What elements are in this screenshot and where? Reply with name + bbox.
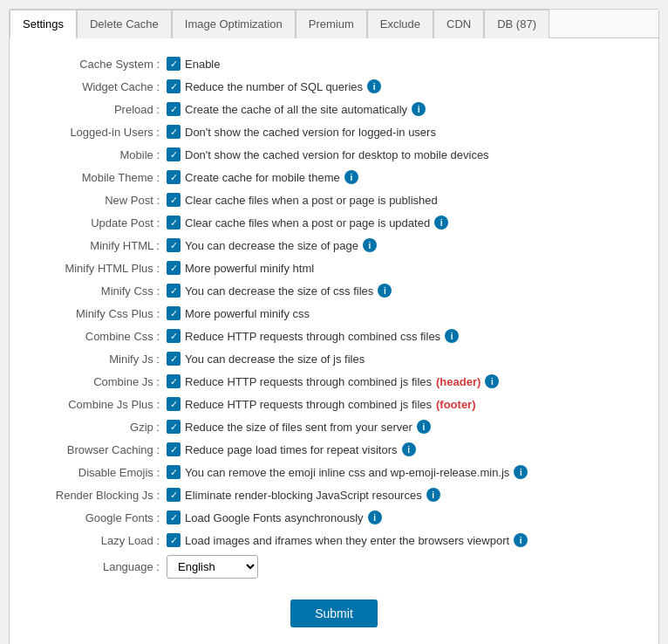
settings-row: Widget Cache :Reduce the number of SQL q… <box>27 75 641 98</box>
content-area: Cache System :EnableWidget Cache :Reduce… <box>10 38 658 644</box>
info-icon[interactable]: i <box>402 442 416 456</box>
info-icon[interactable]: i <box>426 488 440 502</box>
tab-image-optimization[interactable]: Image Optimization <box>172 10 296 38</box>
settings-row: Gzip :Reduce the size of files sent from… <box>27 415 641 438</box>
row-value: Clear cache files when a post or page is… <box>167 216 641 230</box>
footer-highlight: (footer) <box>436 398 476 411</box>
row-text: More powerful minify css <box>185 307 310 320</box>
row-value: Reduce page load times for repeat visito… <box>167 442 641 456</box>
row-value: You can decrease the size of css filesi <box>167 284 641 298</box>
settings-row: Minify HTML :You can decrease the size o… <box>27 234 641 257</box>
settings-row: Combine Css :Reduce HTTP requests throug… <box>27 325 641 347</box>
panel: SettingsDelete CacheImage OptimizationPr… <box>9 9 659 644</box>
row-label: Lazy Load : <box>27 534 167 547</box>
checkbox-icon[interactable] <box>167 57 181 71</box>
row-label: Logged-in Users : <box>27 126 167 139</box>
checkbox-icon[interactable] <box>167 102 181 116</box>
settings-row: Google Fonts :Load Google Fonts asynchro… <box>27 506 641 529</box>
row-label: Google Fonts : <box>27 511 167 524</box>
checkbox-icon[interactable] <box>167 261 181 275</box>
header-highlight: (header) <box>436 375 481 388</box>
tab-settings[interactable]: Settings <box>10 10 77 38</box>
tab-premium[interactable]: Premium <box>296 10 367 38</box>
row-value: Load Google Fonts asynchronouslyi <box>167 510 641 524</box>
row-value: Eliminate render-blocking JavaScript res… <box>167 488 641 502</box>
submit-button[interactable]: Submit <box>290 599 378 627</box>
info-icon[interactable]: i <box>514 465 528 479</box>
settings-row: Minify HTML Plus :More powerful minify h… <box>27 257 641 279</box>
checkbox-icon[interactable] <box>167 125 181 139</box>
info-icon[interactable]: i <box>417 420 431 434</box>
checkbox-icon[interactable] <box>167 374 181 388</box>
checkbox-icon[interactable] <box>167 465 181 479</box>
language-value: English Spanish French German <box>167 555 641 579</box>
settings-row: Cache System :Enable <box>27 52 641 75</box>
tab-cdn[interactable]: CDN <box>433 10 484 38</box>
checkbox-icon[interactable] <box>167 284 181 298</box>
checkbox-icon[interactable] <box>167 79 181 93</box>
settings-row: Combine Js :Reduce HTTP requests through… <box>27 370 641 393</box>
row-text: Create the cache of all the site automat… <box>185 103 407 116</box>
row-label: Update Post : <box>27 216 167 230</box>
settings-row: Minify Css :You can decrease the size of… <box>27 279 641 302</box>
checkbox-icon[interactable] <box>167 533 181 547</box>
row-text: Reduce HTTP requests through combined cs… <box>185 330 440 343</box>
row-label: Minify Css : <box>27 284 167 298</box>
tab-delete-cache[interactable]: Delete Cache <box>77 10 172 38</box>
info-icon[interactable]: i <box>445 329 459 343</box>
row-value: Create cache for mobile themei <box>167 170 641 184</box>
checkbox-icon[interactable] <box>167 488 181 502</box>
row-text: Enable <box>185 58 220 71</box>
row-label: Combine Js Plus : <box>27 398 167 411</box>
settings-row: Mobile Theme :Create cache for mobile th… <box>27 166 641 188</box>
tab-db-(87)[interactable]: DB (87) <box>484 10 549 38</box>
checkbox-icon[interactable] <box>167 216 181 230</box>
info-icon[interactable]: i <box>367 79 381 93</box>
row-value: Reduce HTTP requests through combined cs… <box>167 329 641 343</box>
row-value: Reduce HTTP requests through combined js… <box>167 397 641 411</box>
language-select[interactable]: English Spanish French German <box>167 555 258 579</box>
info-icon[interactable]: i <box>378 284 392 298</box>
row-value: Reduce the number of SQL queriesi <box>167 79 641 93</box>
checkbox-icon[interactable] <box>167 306 181 320</box>
info-icon[interactable]: i <box>363 238 377 252</box>
row-value: Don't show the cached version for logged… <box>167 125 641 139</box>
checkbox-icon[interactable] <box>167 420 181 434</box>
info-icon[interactable]: i <box>368 510 382 524</box>
checkbox-icon[interactable] <box>167 329 181 343</box>
checkbox-icon[interactable] <box>167 510 181 524</box>
tab-exclude[interactable]: Exclude <box>367 10 433 38</box>
row-label: Browser Caching : <box>27 443 167 456</box>
settings-row: Disable Emojis :You can remove the emoji… <box>27 461 641 483</box>
row-label: Cache System : <box>27 58 167 71</box>
row-value: More powerful minify css <box>167 306 641 320</box>
checkbox-icon[interactable] <box>167 193 181 207</box>
info-icon[interactable]: i <box>412 102 426 116</box>
settings-rows: Cache System :EnableWidget Cache :Reduce… <box>27 52 641 552</box>
row-label: Render Blocking Js : <box>27 489 167 502</box>
language-row: Language : English Spanish French German <box>27 552 641 582</box>
info-icon[interactable]: i <box>514 533 528 547</box>
checkbox-icon[interactable] <box>167 352 181 366</box>
checkbox-icon[interactable] <box>167 442 181 456</box>
row-value: Load images and iframes when they enter … <box>167 533 641 547</box>
info-icon[interactable]: i <box>434 216 448 230</box>
submit-row: Submit <box>27 582 641 636</box>
checkbox-icon[interactable] <box>167 170 181 184</box>
row-label: Preload : <box>27 103 167 116</box>
row-label: New Post : <box>27 194 167 207</box>
row-text: You can decrease the size of page <box>185 239 358 252</box>
row-label: Combine Css : <box>27 330 167 343</box>
row-label: Mobile Theme : <box>27 171 167 184</box>
language-label: Language : <box>27 560 167 573</box>
info-icon[interactable]: i <box>344 170 358 184</box>
info-icon[interactable]: i <box>485 374 499 388</box>
row-label: Minify HTML : <box>27 239 167 252</box>
checkbox-icon[interactable] <box>167 147 181 161</box>
row-value: Create the cache of all the site automat… <box>167 102 641 116</box>
row-text: Create cache for mobile theme <box>185 171 340 184</box>
row-value: You can decrease the size of js files <box>167 352 641 366</box>
settings-row: Browser Caching :Reduce page load times … <box>27 438 641 461</box>
checkbox-icon[interactable] <box>167 238 181 252</box>
checkbox-icon[interactable] <box>167 397 181 411</box>
